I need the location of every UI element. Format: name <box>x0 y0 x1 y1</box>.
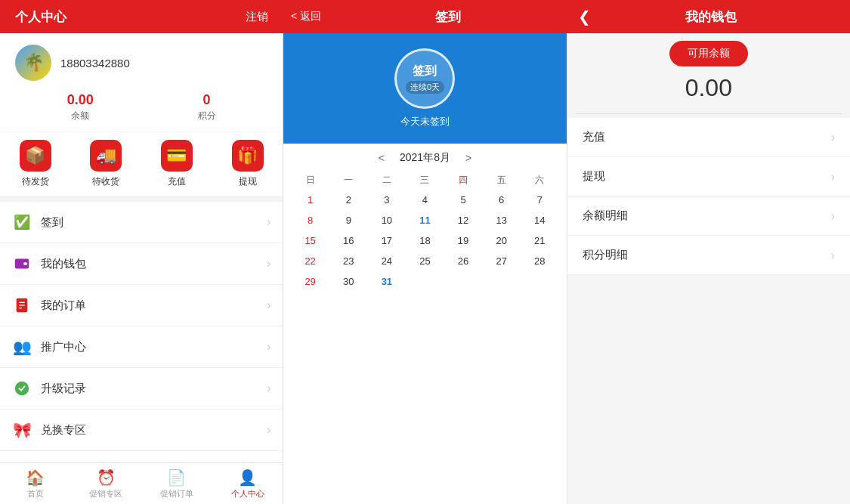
menu-item-promo[interactable]: 👥 推广中心 › <box>0 326 283 368</box>
cal-day-13[interactable]: 13 <box>482 210 521 230</box>
cal-day-16[interactable]: 16 <box>329 230 368 251</box>
upgrade-text: 升级记录 <box>41 382 267 396</box>
svg-rect-1 <box>23 262 28 265</box>
cal-day-27[interactable]: 27 <box>482 251 521 271</box>
menu-item-exchange[interactable]: 🎀 兑换专区 › <box>0 410 283 451</box>
cal-day-20[interactable]: 20 <box>482 230 521 251</box>
recharge-action[interactable]: 💳 充值 <box>161 140 193 188</box>
cal-day-15[interactable]: 15 <box>291 230 329 251</box>
cal-empty-1 <box>406 271 444 292</box>
cal-day-12[interactable]: 12 <box>444 210 483 230</box>
menu-item-orders[interactable]: 我的订单 › <box>0 285 283 326</box>
withdraw-action[interactable]: 🎁 提现 <box>232 140 264 188</box>
weekday-sun: 日 <box>291 171 329 190</box>
cal-day-6[interactable]: 6 <box>482 190 521 210</box>
svg-point-6 <box>15 382 29 395</box>
recharge-icon: 💳 <box>161 140 193 172</box>
wallet-balance-detail-arrow: › <box>831 209 835 223</box>
wallet-balance-detail-item[interactable]: 余额明细 › <box>567 196 850 236</box>
signin-days-text: 连续0天 <box>406 81 444 94</box>
nav-orders[interactable]: 📄 促销订单 <box>141 463 212 504</box>
cal-day-21[interactable]: 21 <box>521 230 559 251</box>
cal-day-11[interactable]: 11 <box>406 210 444 230</box>
promo-arrow: › <box>267 340 270 354</box>
signin-circle[interactable]: 签到 连续0天 <box>394 48 455 109</box>
cal-day-23[interactable]: 23 <box>329 251 368 271</box>
cal-empty-2 <box>444 271 483 292</box>
cal-day-8[interactable]: 8 <box>291 210 329 230</box>
wallet-withdraw-item[interactable]: 提现 › <box>567 157 850 196</box>
menu-item-signin[interactable]: ✅ 签到 › <box>0 202 283 243</box>
left-header-title: 个人中心 <box>15 8 66 26</box>
cal-day-2[interactable]: 2 <box>329 190 368 210</box>
wallet-balance-detail-text: 余额明细 <box>583 209 831 223</box>
cal-day-28[interactable]: 28 <box>521 251 559 271</box>
balance-label: 余额 <box>71 110 89 122</box>
cal-day-17[interactable]: 17 <box>368 230 406 251</box>
balance-value: 0.00 <box>67 92 94 108</box>
cal-day-7[interactable]: 7 <box>521 190 559 210</box>
exchange-icon: 🎀 <box>12 420 32 440</box>
nav-promo[interactable]: ⏰ 促销专区 <box>71 463 142 504</box>
wallet-divider <box>575 113 842 114</box>
cal-day-1[interactable]: 1 <box>291 190 329 210</box>
wallet-points-detail-item[interactable]: 积分明细 › <box>567 236 850 275</box>
orders-arrow: › <box>267 298 270 312</box>
menu-item-wallet[interactable]: 我的钱包 › <box>0 243 283 285</box>
cal-day-9[interactable]: 9 <box>329 210 368 230</box>
cal-day-30[interactable]: 30 <box>329 271 368 292</box>
menu-item-upgrade[interactable]: 升级记录 › <box>0 368 283 410</box>
wallet-recharge-item[interactable]: 充值 › <box>567 118 850 157</box>
weekday-thu: 四 <box>444 171 483 190</box>
cal-next-button[interactable]: > <box>465 152 471 164</box>
phone-number: 18803342880 <box>60 57 130 70</box>
logout-button[interactable]: 注销 <box>246 10 268 24</box>
balance-item: 0.00 余额 <box>67 92 94 122</box>
wallet-icon <box>12 254 32 274</box>
balance-row: 0.00 余额 0 积分 <box>15 92 267 122</box>
cal-day-25[interactable]: 25 <box>406 251 444 271</box>
available-balance-button[interactable]: 可用余额 <box>669 41 748 66</box>
menu-item-records[interactable]: 💰 充值提现记录 › <box>0 451 283 462</box>
nav-home[interactable]: 🏠 首页 <box>0 463 71 504</box>
cal-day-29[interactable]: 29 <box>291 271 329 292</box>
weekday-sat: 六 <box>521 171 559 190</box>
orders-nav-label: 促销订单 <box>160 488 193 499</box>
wallet-menu: 充值 › 提现 › 余额明细 › 积分明细 › <box>567 118 850 504</box>
signin-icon: ✅ <box>12 212 32 232</box>
cal-day-19[interactable]: 19 <box>444 230 483 251</box>
cal-day-18[interactable]: 18 <box>406 230 444 251</box>
cal-day-10[interactable]: 10 <box>368 210 406 230</box>
cal-day-14[interactable]: 14 <box>521 210 559 230</box>
right-header-title: 我的钱包 <box>602 8 820 26</box>
wallet-back-icon[interactable]: ❮ <box>567 8 602 26</box>
weekday-mon: 一 <box>329 171 368 190</box>
left-panel: 🌴 18803342880 0.00 余额 0 积分 📦 <box>0 33 283 504</box>
cal-prev-button[interactable]: < <box>379 152 385 164</box>
exchange-arrow: › <box>267 423 270 437</box>
signin-hero: 签到 连续0天 今天未签到 <box>283 33 566 144</box>
orders-icon <box>12 295 32 315</box>
promo-text: 推广中心 <box>41 340 267 354</box>
cal-day-22[interactable]: 22 <box>291 251 329 271</box>
cal-day-24[interactable]: 24 <box>368 251 406 271</box>
wallet-recharge-arrow: › <box>831 131 835 144</box>
cal-day-31[interactable]: 31 <box>368 271 406 292</box>
avatar: 🌴 <box>15 45 51 81</box>
profile-nav-label: 个人中心 <box>231 488 264 499</box>
withdraw-icon: 🎁 <box>232 140 264 172</box>
profile-nav-icon: 👤 <box>238 468 257 487</box>
pending-ship-action[interactable]: 📦 待发货 <box>20 140 51 188</box>
pending-receive-action[interactable]: 🚚 待收货 <box>90 140 122 188</box>
orders-nav-icon: 📄 <box>167 468 186 487</box>
nav-profile[interactable]: 👤 个人中心 <box>212 463 283 504</box>
cal-day-3[interactable]: 3 <box>368 190 406 210</box>
left-header: 个人中心 注销 <box>0 0 283 33</box>
cal-day-26[interactable]: 26 <box>444 251 483 271</box>
cal-day-5[interactable]: 5 <box>444 190 483 210</box>
pending-ship-label: 待发货 <box>22 175 49 188</box>
signin-status: 今天未签到 <box>400 115 450 128</box>
pending-receive-icon: 🚚 <box>90 140 122 172</box>
cal-day-4[interactable]: 4 <box>406 190 444 210</box>
back-button[interactable]: < 返回 <box>283 10 329 23</box>
